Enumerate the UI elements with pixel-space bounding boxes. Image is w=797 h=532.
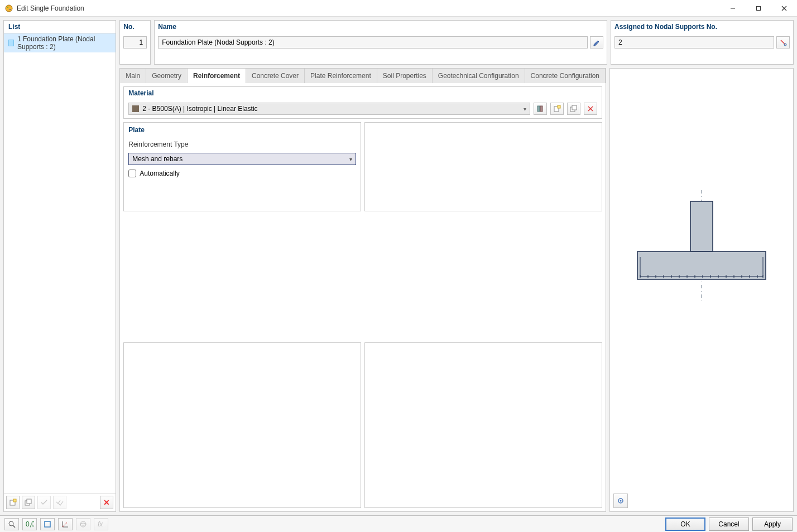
name-label: Name [155,21,607,33]
svg-point-52 [80,523,86,525]
material-selected-label: 2 - B500S(A) | Isotropic | Linear Elasti… [142,105,257,113]
svg-rect-13 [537,106,540,112]
auto-checkbox[interactable] [128,170,136,177]
reinforcement-type-label: Reinforcement Type [128,141,356,148]
new-button[interactable] [6,496,20,509]
svg-rect-18 [572,105,577,110]
svg-line-45 [13,525,15,528]
mode3-button [76,518,90,530]
pencil-icon [593,38,601,46]
svg-rect-23 [637,252,766,279]
magnifier-icon [8,520,16,528]
top-fields: No. Name Assigned to Nodal Suppor [119,20,794,65]
material-header: Material [124,87,602,99]
mode2-button[interactable] [58,518,73,530]
window-controls [720,0,797,17]
no-panel: No. [119,20,151,65]
svg-line-50 [63,523,67,527]
ok-button[interactable]: OK [665,518,705,531]
material-duplicate-button[interactable] [567,103,580,115]
preview-canvas[interactable] [609,68,794,512]
left-list-panel: List 1 Foundation Plate (Nodal Supports … [3,20,116,512]
tab-body: Material 2 - B500S(A) | Isotropic | Line… [120,83,606,511]
tabstrip: Main Geometry Reinforcement Concrete Cov… [120,69,606,83]
fx-icon: fx [97,520,105,528]
delete-icon: ✕ [103,498,110,507]
auto-checkbox-row[interactable]: Automatically [128,170,356,177]
title-bar: Edit Single Foundation [0,0,797,17]
window-title: Edit Single Foundation [17,4,720,12]
svg-point-43 [620,500,622,502]
apply-button[interactable]: Apply [752,518,793,531]
duplicate-button[interactable] [22,496,35,509]
svg-rect-22 [690,201,713,252]
svg-rect-4 [757,6,761,10]
svg-point-0 [6,5,12,12]
book-icon [536,105,544,113]
new-icon [553,105,561,113]
tab-geometry[interactable]: Geometry [146,69,188,83]
assigned-panel: Assigned to Nodal Supports No. [611,20,794,65]
bottom-bar: 0,00 fx OK Cancel Apply [0,515,797,532]
maximize-button[interactable] [746,0,771,17]
gear-icon [616,496,625,505]
units-button[interactable]: 0,00 [22,518,37,530]
edit-name-button[interactable] [590,36,603,49]
find-button[interactable] [4,518,19,530]
svg-rect-47 [45,521,50,527]
plate-header: Plate [128,126,356,136]
material-section: Material 2 - B500S(A) | Isotropic | Line… [123,86,602,119]
check-button [37,496,51,509]
no-input[interactable] [123,36,147,49]
blank-cell-2 [123,342,361,508]
close-button[interactable] [771,0,797,17]
mode1-button[interactable] [40,518,55,530]
square-icon [44,520,51,528]
axes-icon [61,520,69,528]
no-label: No. [120,21,150,33]
delete-button[interactable]: ✕ [100,496,113,509]
material-library-button[interactable] [534,103,547,115]
minimize-button[interactable] [720,0,746,17]
name-panel: Name [154,20,607,65]
svg-point-44 [9,521,13,526]
pick-icon [779,38,787,46]
check-all-button [53,496,66,509]
reinforcement-type-select[interactable]: Mesh and rebars ▾ [128,153,356,165]
left-toolbar: ✕ [4,493,116,511]
tab-concrete-cover[interactable]: Concrete Cover [246,69,305,83]
center-area: No. Name Assigned to Nodal Suppor [119,20,794,512]
svg-text:fx: fx [98,520,103,528]
tab-geotechnical-configuration[interactable]: Geotechnical Configuration [433,69,525,83]
svg-rect-16 [558,105,560,108]
material-select[interactable]: 2 - B500S(A) | Isotropic | Linear Elasti… [128,103,530,115]
material-swatch [132,105,139,112]
svg-rect-10 [27,499,31,504]
cancel-button[interactable]: Cancel [709,518,749,531]
globe-icon [79,520,87,528]
assigned-input[interactable] [614,36,774,49]
list-item[interactable]: 1 Foundation Plate (Nodal Supports : 2) [4,33,116,52]
tab-plate-reinforcement[interactable]: Plate Reinforcement [305,69,377,83]
blank-cell-1 [364,122,602,211]
assigned-label: Assigned to Nodal Supports No. [611,21,793,33]
svg-rect-8 [13,499,16,502]
pick-node-button[interactable] [776,36,790,49]
preview-settings-button[interactable] [613,494,628,508]
app-icon [4,4,13,13]
fx-button: fx [94,518,108,530]
chevron-down-icon: ▾ [524,106,526,112]
name-input[interactable] [158,36,588,49]
reinforcement-type-value: Mesh and rebars [132,155,183,163]
svg-rect-14 [540,106,542,112]
material-new-button[interactable] [550,103,564,115]
tab-soil-properties[interactable]: Soil Properties [377,69,433,83]
svg-point-2 [9,9,11,10]
preview-toolbar [613,494,628,508]
tab-main[interactable]: Main [120,69,146,83]
tab-concrete-configuration[interactable]: Concrete Configuration [525,69,606,83]
blank-cell-3 [364,342,602,508]
units-icon: 0,00 [25,520,34,528]
tab-reinforcement[interactable]: Reinforcement [188,69,246,83]
material-delete-button[interactable] [584,103,597,115]
